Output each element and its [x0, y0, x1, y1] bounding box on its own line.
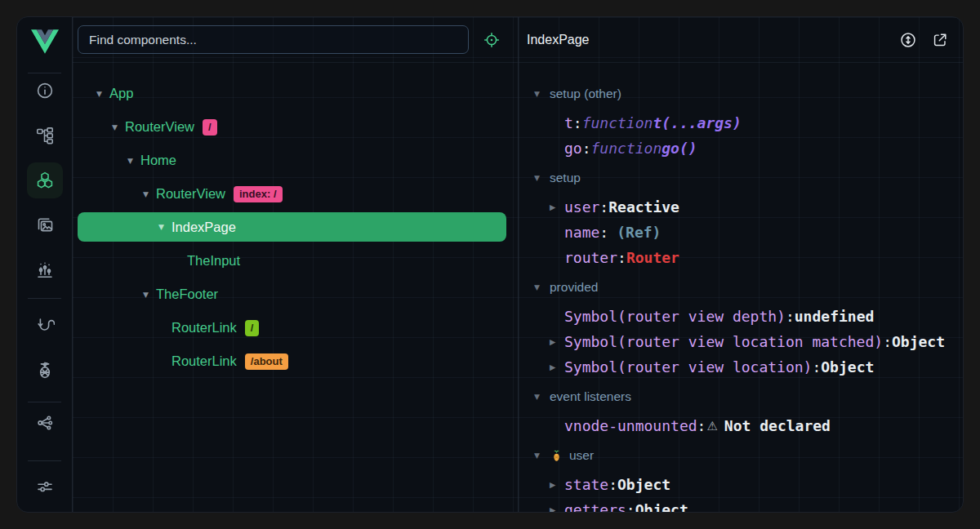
open-in-editor-button[interactable]	[930, 30, 950, 50]
inspector-panel: IndexPage ▼setup (other)t : function t(.…	[519, 17, 963, 512]
chevron-down-icon[interactable]: ▼	[141, 190, 150, 198]
component-name: IndexPage	[172, 220, 236, 235]
tree-item-app[interactable]: ▼App	[78, 77, 506, 110]
sidebar-item-assets[interactable]	[27, 207, 63, 243]
property-value: Object	[617, 476, 670, 493]
section-provided: ▼providedSymbol(router view depth) : und…	[534, 274, 947, 380]
section-header[interactable]: ▼event listeners	[534, 384, 947, 409]
pinia-store-icon	[550, 448, 564, 463]
property-getters[interactable]: ▶getters : Object	[534, 497, 947, 512]
component-name: RouterLink	[172, 320, 237, 336]
graph-icon	[35, 413, 55, 433]
tree-item-routerview[interactable]: ▼RouterView/	[78, 110, 506, 144]
sliders-icon	[35, 477, 55, 496]
component-tree: ▼App▼RouterView/▼Home▼RouterViewindex: /…	[73, 63, 518, 378]
property-Symbol-router-view-depth-: Symbol(router view depth) : undefined	[534, 304, 947, 329]
chevron-down-icon[interactable]: ▼	[110, 123, 119, 131]
property-value: Router	[626, 249, 679, 266]
section-user: ▼user▶state : Object▶getters : Object	[534, 442, 947, 512]
component-name: RouterView	[156, 186, 225, 202]
select-component-in-page-button[interactable]	[482, 30, 501, 50]
chevron-down-icon[interactable]: ▼	[534, 174, 543, 182]
sidebar-item-settings[interactable]	[27, 469, 63, 505]
property-key: getters	[564, 501, 626, 512]
tree-item-theinput[interactable]: TheInput	[78, 244, 506, 278]
section-header[interactable]: ▼setup (other)	[534, 81, 947, 106]
property-user[interactable]: ▶user : Reactive	[534, 194, 947, 220]
chevron-down-icon[interactable]: ▼	[534, 283, 543, 291]
route-badge: /	[203, 119, 217, 136]
tree-item-routerlink[interactable]: RouterLink/about	[78, 345, 506, 378]
pineapple-icon	[550, 448, 564, 463]
chevron-down-icon[interactable]: ▼	[95, 90, 104, 98]
chevron-right-icon[interactable]: ▶	[550, 337, 559, 346]
chevron-down-icon[interactable]: ▼	[141, 291, 150, 299]
tree-item-indexpage[interactable]: ▼IndexPage	[78, 212, 506, 242]
tree-item-home[interactable]: ▼Home	[78, 144, 506, 177]
property-key: router	[564, 249, 617, 266]
property-t: t : function t(...args)	[534, 110, 947, 136]
property-key: user	[564, 198, 599, 216]
chevron-right-icon[interactable]: ▶	[550, 202, 559, 211]
chevron-right-icon[interactable]: ▶	[550, 362, 559, 371]
key-value-separator: :	[812, 358, 821, 376]
chevron-down-icon[interactable]: ▼	[534, 90, 543, 98]
property-value: Object	[892, 333, 945, 350]
chevron-down-icon[interactable]: ▼	[126, 157, 135, 165]
property-go: go : function go()	[534, 136, 947, 161]
external-link-icon	[931, 31, 949, 49]
section-event-listeners: ▼event listenersvnode-unmounted : ⚠Not d…	[534, 384, 947, 438]
inspector-content: ▼setup (other)t : function t(...args)go …	[519, 63, 963, 512]
property-value: undefined	[795, 308, 875, 325]
route-badge: index: /	[234, 186, 283, 202]
section-label: provided	[550, 280, 598, 295]
property-router: router : Router	[534, 245, 947, 270]
component-name: Home	[140, 153, 176, 168]
property-key: vnode-unmounted	[564, 417, 697, 434]
warning-icon: ⚠	[706, 419, 717, 433]
sidebar-item-overview[interactable]	[27, 73, 63, 109]
sidebar-item-graph[interactable]	[27, 405, 63, 441]
property-Symbol-router-view-location-matched-[interactable]: ▶Symbol(router view location matched) : …	[534, 329, 947, 354]
property-value: Not declared	[724, 417, 831, 434]
function-signature: go()	[662, 140, 697, 157]
chevron-down-icon[interactable]: ▼	[534, 451, 543, 460]
key-value-separator: :	[617, 249, 626, 266]
property-key: Symbol(router view location)	[564, 358, 812, 376]
chevron-down-icon[interactable]: ▼	[157, 223, 166, 231]
property-Symbol-router-view-location-[interactable]: ▶Symbol(router view location) : Object	[534, 354, 947, 380]
chevron-down-icon[interactable]: ▼	[534, 393, 543, 401]
function-signature: t(...args)	[653, 114, 741, 131]
property-key: go	[564, 140, 582, 157]
sidebar-item-timeline[interactable]	[27, 252, 63, 288]
tree-item-thefooter[interactable]: ▼TheFooter	[78, 278, 506, 311]
property-key: Symbol(router view depth)	[564, 308, 786, 325]
sidebar-item-pinia[interactable]	[27, 352, 63, 388]
tree-icon	[35, 126, 55, 145]
section-header[interactable]: ▼setup	[534, 165, 947, 190]
equalizer-icon	[35, 260, 55, 280]
route-badge: /about	[245, 353, 288, 370]
property-state[interactable]: ▶state : Object	[534, 472, 947, 497]
section-header[interactable]: ▼provided	[534, 274, 947, 300]
chevron-right-icon[interactable]: ▶	[550, 505, 559, 512]
tree-item-routerview[interactable]: ▼RouterViewindex: /	[78, 177, 506, 211]
section-label: setup	[550, 171, 581, 185]
scroll-to-component-button[interactable]	[898, 30, 918, 50]
search-input[interactable]	[78, 25, 469, 54]
hexagons-icon	[35, 171, 55, 190]
scroll-arrows-icon	[899, 31, 917, 49]
property-vnode-unmounted: vnode-unmounted : ⚠Not declared	[534, 413, 947, 438]
property-key: name	[564, 224, 599, 241]
key-value-separator: :	[697, 417, 706, 434]
sidebar-item-router[interactable]	[27, 307, 63, 343]
section-header[interactable]: ▼user	[534, 442, 947, 468]
sidebar-item-components[interactable]	[27, 162, 63, 198]
key-value-separator: :	[599, 224, 608, 241]
key-value-separator: :	[883, 333, 892, 350]
function-keyword: function	[582, 114, 653, 131]
tree-item-routerlink[interactable]: RouterLink/	[78, 311, 506, 345]
chevron-right-icon[interactable]: ▶	[550, 480, 559, 489]
sidebar-item-pages[interactable]	[27, 118, 63, 153]
sidebar-divider	[28, 298, 61, 299]
